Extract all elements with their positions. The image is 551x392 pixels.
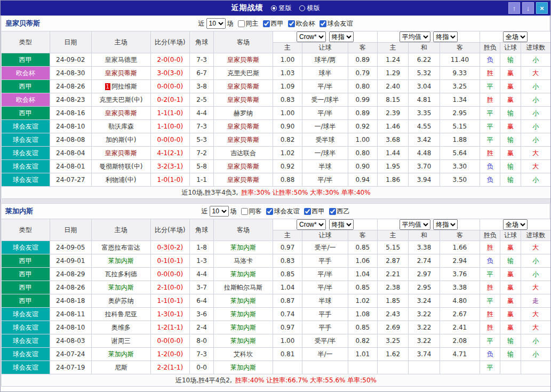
away-team-link[interactable]: 皇家贝蒂斯 bbox=[227, 163, 259, 170]
away-team-link[interactable]: 皇家贝蒂斯 bbox=[227, 176, 259, 183]
away-team-link[interactable]: 拉斯帕尔马斯 bbox=[224, 284, 262, 291]
away-team-link[interactable]: 莱加内斯 bbox=[230, 364, 256, 371]
win-draw-loss-cell: 胜 bbox=[480, 321, 500, 334]
move-up-button[interactable]: ↑ bbox=[508, 2, 520, 14]
away-team-link[interactable]: 皇家贝蒂斯 bbox=[227, 96, 259, 103]
team-name[interactable]: 莱加内斯 bbox=[5, 206, 33, 216]
view-option-horizontal[interactable]: 横版 bbox=[299, 4, 320, 13]
away-team-link[interactable]: 莱加内斯 bbox=[230, 244, 256, 251]
match-count-select[interactable]: 10 bbox=[210, 206, 229, 217]
win-draw-loss-cell: 平 bbox=[480, 361, 500, 374]
away-team-link[interactable]: 皇家贝蒂斯 bbox=[227, 136, 259, 143]
away-team-link[interactable]: 吉达联合 bbox=[230, 149, 256, 157]
col-header-home: 主场 bbox=[91, 31, 150, 53]
average-select[interactable]: 平均值 bbox=[400, 31, 430, 42]
home-team-link[interactable]: 奥萨苏纳 bbox=[108, 297, 134, 305]
goals-result-cell: 小 bbox=[521, 334, 550, 348]
match-count-select[interactable]: 10 bbox=[206, 18, 226, 29]
handicap-home-odds-cell: 1.04 bbox=[273, 281, 302, 294]
home-team-link[interactable]: 皇家马德里 bbox=[105, 56, 137, 63]
handicap-home-odds-cell: 1.03 bbox=[273, 67, 302, 80]
close-button[interactable]: × bbox=[536, 2, 548, 14]
away-team-link[interactable]: 皇家贝蒂斯 bbox=[227, 83, 259, 90]
europe-away-odds-cell: 5.15 bbox=[440, 120, 480, 133]
filter-league-1[interactable]: 球会友谊 bbox=[266, 207, 300, 216]
handicap-home-odds-cell: 0.90 bbox=[273, 120, 302, 133]
home-team-link[interactable]: 曼彻斯特联(中) bbox=[99, 163, 142, 170]
filter-league-1[interactable]: 西甲 bbox=[263, 19, 284, 28]
filter-same-venue[interactable]: 同主 bbox=[238, 19, 259, 28]
filter-league-2[interactable]: 欧会杯 bbox=[288, 19, 315, 28]
subcol-handicap-away: 客 bbox=[348, 43, 377, 53]
fulltime-select[interactable]: 全场 bbox=[503, 219, 528, 230]
final-odds-select[interactable]: 终指 bbox=[329, 219, 354, 230]
away-team-link[interactable]: 艾科坎 bbox=[234, 350, 253, 358]
away-team-link[interactable]: 克里夫巴斯 bbox=[227, 69, 259, 77]
filter-league-3[interactable]: 球会友谊 bbox=[320, 19, 353, 28]
home-team-link[interactable]: 皇家贝蒂斯 bbox=[105, 69, 137, 77]
goals-result-cell: 小 bbox=[521, 348, 550, 361]
league-checkbox[interactable] bbox=[266, 208, 273, 215]
average-select[interactable]: 平均值 bbox=[400, 219, 430, 230]
bookmaker-select[interactable]: Crow* bbox=[297, 219, 326, 230]
handicap-home-odds-cell: 1.02 bbox=[273, 147, 302, 160]
europe-draw-odds-cell: 4.81 bbox=[409, 93, 440, 107]
home-team-link[interactable]: 谢周三 bbox=[111, 337, 131, 345]
away-team-link[interactable]: 皇家贝蒂斯 bbox=[227, 123, 259, 130]
home-team-link[interactable]: 利物浦(中) bbox=[106, 176, 136, 183]
home-team-link[interactable]: 莱加内斯 bbox=[108, 257, 134, 265]
league-checkbox[interactable] bbox=[263, 20, 270, 27]
handicap-home-odds-cell: 1.00 bbox=[273, 53, 302, 67]
filter-same-venue[interactable]: 同客 bbox=[241, 207, 262, 216]
away-team-link[interactable]: 赫罗纳 bbox=[234, 109, 253, 117]
away-team-link[interactable]: 马洛卡 bbox=[234, 257, 253, 265]
home-team-link[interactable]: 皇家贝蒂斯 bbox=[105, 149, 137, 157]
fulltime-select[interactable]: 全场 bbox=[503, 31, 528, 42]
win-draw-loss-cell: 负 bbox=[480, 53, 500, 67]
league-checkbox[interactable] bbox=[304, 208, 311, 215]
home-team-link[interactable]: 莱加内斯 bbox=[108, 350, 134, 358]
final-odds-select[interactable]: 终指 bbox=[433, 31, 458, 42]
league-type-badge: 球会友谊 bbox=[2, 308, 50, 321]
same-venue-checkbox[interactable] bbox=[238, 20, 245, 27]
league-checkbox[interactable] bbox=[288, 20, 295, 27]
match-date: 24-09-05 bbox=[50, 241, 91, 254]
away-team-link[interactable]: 莱加内斯 bbox=[230, 270, 256, 278]
europe-home-odds-cell: 1.62 bbox=[378, 348, 409, 361]
bookmaker-select[interactable]: Crow* bbox=[297, 31, 326, 42]
handicap-away-odds-cell: 0.79 bbox=[348, 67, 377, 80]
europe-draw-odds-cell: 3.70 bbox=[409, 160, 440, 173]
home-team-link[interactable]: 皇家贝蒂斯 bbox=[105, 109, 137, 117]
away-team-link[interactable]: 莱加内斯 bbox=[230, 337, 256, 345]
home-team-link[interactable]: 瓦拉多利德 bbox=[105, 270, 137, 278]
view-option-vertical[interactable]: 竖版 bbox=[271, 4, 292, 13]
europe-home-odds-cell: 2.40 bbox=[378, 80, 409, 93]
same-venue-checkbox[interactable] bbox=[241, 208, 248, 215]
team-name[interactable]: 皇家贝蒂斯 bbox=[5, 19, 40, 28]
home-team-link[interactable]: 克里夫巴斯(中) bbox=[99, 96, 142, 103]
league-checkbox[interactable] bbox=[329, 208, 336, 215]
away-team-link[interactable]: 莱加内斯 bbox=[230, 310, 256, 318]
section-header: 皇家贝蒂斯 近 10 场 同主 西甲 欧会杯 球会友谊 bbox=[1, 15, 550, 31]
home-team-link[interactable]: 勒沃库森 bbox=[108, 123, 134, 130]
filter-league-2[interactable]: 西甲 bbox=[304, 207, 325, 216]
home-team-link[interactable]: 尼斯 bbox=[115, 364, 127, 371]
away-team-link[interactable]: 皇家贝蒂斯 bbox=[227, 56, 259, 63]
home-team-link[interactable]: 奥维多 bbox=[111, 324, 131, 331]
home-team-link[interactable]: 莱加内斯 bbox=[108, 284, 134, 291]
away-team-link[interactable]: 莱加内斯 bbox=[230, 324, 256, 331]
league-checkbox[interactable] bbox=[320, 20, 326, 27]
handicap-home-odds-cell: 0.97 bbox=[273, 321, 302, 334]
home-team-link[interactable]: 加的斯(中) bbox=[106, 136, 136, 143]
europe-home-odds-cell: 2.43 bbox=[378, 308, 409, 321]
final-odds-select[interactable]: 终指 bbox=[329, 31, 354, 42]
home-team-link[interactable]: 阿拉维斯 bbox=[111, 83, 137, 90]
final-odds-select[interactable]: 终指 bbox=[433, 219, 458, 230]
move-down-button[interactable]: ↓ bbox=[522, 2, 534, 14]
filter-league-3[interactable]: 西乙 bbox=[329, 207, 350, 216]
away-team-cell: 拉斯帕尔马斯 bbox=[214, 281, 273, 294]
home-team-link[interactable]: 拉科鲁尼亚 bbox=[105, 310, 137, 318]
away-team-link[interactable]: 莱加内斯 bbox=[230, 297, 256, 305]
near-label: 近 bbox=[202, 207, 208, 216]
home-team-link[interactable]: 富恩拉布雷达 bbox=[102, 244, 140, 251]
